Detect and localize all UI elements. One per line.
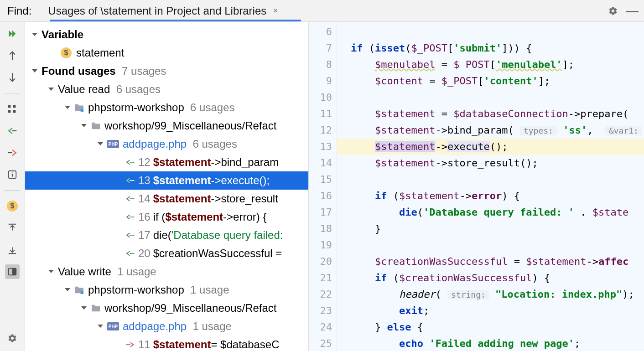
usage-row[interactable]: 20 $creationWasSuccessful = xyxy=(25,244,308,263)
chevron-down-icon[interactable] xyxy=(79,121,89,131)
find-usages-tool-window: Find: Usages of \statement in Project an… xyxy=(0,0,644,351)
chevron-down-icon[interactable] xyxy=(95,139,105,149)
code-area[interactable]: if (isset($_POST['submit'])) { $menulabe… xyxy=(337,22,644,351)
gear-icon[interactable] xyxy=(607,5,619,17)
php-file-icon: PHP xyxy=(107,140,119,148)
write-arrow-icon xyxy=(125,341,135,348)
usage-var: $statement xyxy=(153,338,211,351)
tree-node-file-write[interactable]: PHP addpage.php 1 usage xyxy=(25,317,308,336)
usage-row[interactable]: 16 if ($statement->error) { xyxy=(25,208,308,226)
rerun-icon[interactable] xyxy=(5,26,20,41)
chevron-down-icon[interactable] xyxy=(62,285,73,295)
chevron-down-icon[interactable] xyxy=(95,321,105,331)
usage-var: $statement xyxy=(165,211,223,223)
folder-icon xyxy=(91,304,101,312)
chevron-down-icon[interactable] xyxy=(30,30,40,40)
read-arrow-icon xyxy=(125,159,135,166)
usage-var: $statement xyxy=(153,174,211,187)
usage-row[interactable]: 12 $statement->bind_param xyxy=(25,153,308,171)
settings-icon[interactable] xyxy=(5,331,20,346)
usages-tree[interactable]: Variable $ statement Found usages 7 usag… xyxy=(25,22,309,351)
chevron-down-icon[interactable] xyxy=(79,303,89,313)
read-arrow-icon xyxy=(125,195,135,202)
folder-icon xyxy=(74,286,84,294)
tree-node-folder[interactable]: workshop/99_Miscellaneous/Refact xyxy=(25,117,308,135)
line-number: 13 xyxy=(138,174,151,187)
usages-tab[interactable]: Usages of \statement in Project and Libr… xyxy=(45,5,281,17)
file-name: addpage.php xyxy=(123,320,187,333)
variable-name: statement xyxy=(76,46,124,59)
line-number: 17 xyxy=(138,229,151,242)
show-read-access-icon[interactable] xyxy=(5,124,20,138)
usage-row[interactable]: 17 die('Database query failed: xyxy=(25,226,308,244)
project-name: phpstorm-workshop xyxy=(88,101,184,114)
active-tab-indicator xyxy=(50,20,301,21)
line-number: 12 xyxy=(138,156,151,169)
show-write-access-icon[interactable] xyxy=(5,145,20,160)
read-arrow-icon xyxy=(125,232,135,239)
tree-node-variable-heading[interactable]: Variable xyxy=(25,26,308,44)
line-number: 20 xyxy=(138,247,151,260)
dollar-icon[interactable]: $ xyxy=(5,199,20,213)
minimize-icon[interactable]: — xyxy=(626,5,639,17)
previous-occurrence-icon[interactable] xyxy=(5,48,20,63)
tree-node-value-read[interactable]: Value read 6 usages xyxy=(25,80,308,98)
tree-node-folder[interactable]: workshop/99_Miscellaneous/Refact xyxy=(25,299,308,317)
project-read-count: 6 usages xyxy=(190,101,234,114)
read-arrow-icon xyxy=(125,213,135,221)
usage-rest: ->bind_param xyxy=(211,156,279,169)
usage-row[interactable]: 11 $statement = $databaseC xyxy=(25,336,308,351)
svg-rect-8 xyxy=(81,291,83,294)
usage-rest: ->store_result xyxy=(211,192,278,205)
usage-prefix: die( xyxy=(153,229,171,242)
usage-var: $statement xyxy=(153,192,211,205)
close-tab-icon[interactable]: × xyxy=(273,5,278,16)
expand-all-icon[interactable] xyxy=(5,221,20,235)
usage-row-selected[interactable]: 13 $statement->execute(); xyxy=(25,171,308,190)
chevron-down-icon[interactable] xyxy=(46,84,56,94)
tab-title: Usages of \statement in Project and Libr… xyxy=(48,5,266,17)
find-label: Find: xyxy=(7,5,31,17)
value-read-label: Value read xyxy=(58,83,110,96)
tree-node-project-write[interactable]: phpstorm-workshop 1 usage xyxy=(25,281,308,299)
code-preview[interactable]: 678910111213141516171819202122232425 if … xyxy=(309,22,644,351)
file-write-count: 1 usage xyxy=(193,320,232,333)
header-bar: Find: Usages of \statement in Project an… xyxy=(0,0,644,22)
svg-rect-0 xyxy=(8,105,11,108)
variable-icon: $ xyxy=(61,47,72,58)
usage-row[interactable]: 14 $statement->store_result xyxy=(25,190,308,208)
svg-rect-3 xyxy=(13,110,16,113)
line-number: 16 xyxy=(138,211,151,223)
tree-node-variable-name[interactable]: $ statement xyxy=(25,44,308,62)
found-usages-count: 7 usages xyxy=(122,65,166,77)
folder-path: workshop/99_Miscellaneous/Refact xyxy=(104,302,277,315)
chevron-down-icon[interactable] xyxy=(30,66,40,76)
usage-prefix: if ( xyxy=(153,211,166,223)
read-arrow-icon xyxy=(125,250,135,257)
collapse-all-icon[interactable] xyxy=(5,243,20,257)
found-usages-label: Found usages xyxy=(42,65,116,77)
line-number: 11 xyxy=(138,338,151,351)
next-occurrence-icon[interactable] xyxy=(5,70,20,85)
value-read-count: 6 usages xyxy=(116,83,161,96)
file-read-count: 6 usages xyxy=(193,138,237,150)
usage-rest: ->error) { xyxy=(223,211,266,223)
chevron-down-icon[interactable] xyxy=(46,267,56,277)
php-file-icon: PHP xyxy=(107,322,119,330)
tree-node-value-write[interactable]: Value write 1 usage xyxy=(25,263,308,281)
side-toolbar: $ xyxy=(0,22,25,351)
project-write-count: 1 usage xyxy=(190,284,229,296)
folder-path: workshop/99_Miscellaneous/Refact xyxy=(104,119,277,132)
group-by-icon[interactable] xyxy=(5,102,20,116)
tree-node-project-read[interactable]: phpstorm-workshop 6 usages xyxy=(25,98,308,117)
usage-rest: ->execute(); xyxy=(211,174,270,187)
chevron-down-icon[interactable] xyxy=(62,103,73,113)
read-arrow-icon xyxy=(125,177,135,184)
preview-icon[interactable] xyxy=(5,264,20,279)
tree-node-found-usages[interactable]: Found usages 7 usages xyxy=(25,62,308,80)
svg-rect-6 xyxy=(12,268,16,275)
value-write-label: Value write xyxy=(58,265,111,278)
info-icon[interactable] xyxy=(5,167,20,182)
tree-node-file-read[interactable]: PHP addpage.php 6 usages xyxy=(25,135,308,153)
variable-heading: Variable xyxy=(42,28,83,41)
